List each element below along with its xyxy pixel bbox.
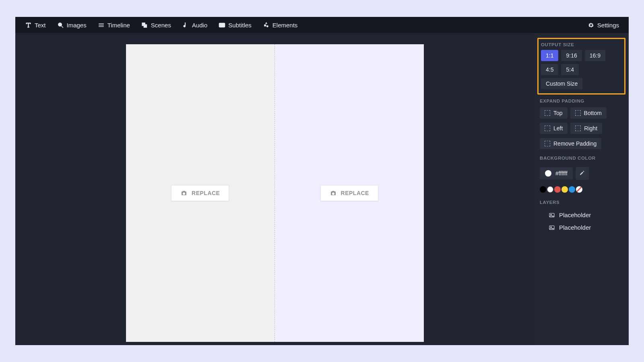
layer-name: Placeholder	[559, 224, 591, 231]
background-color-label: BACKGROUND COLOR	[540, 156, 623, 160]
replace-right-label: REPLACE	[341, 190, 369, 196]
pad-top-label: Top	[553, 110, 563, 116]
toolbar-elements-label: Elements	[272, 22, 298, 29]
workspace: REPLACE REPLACE OUTPUT SIZE 1:1 9:16	[15, 33, 629, 345]
scenes-icon	[141, 22, 148, 29]
toolbar-timeline-label: Timeline	[107, 22, 130, 29]
output-size-panel: OUTPUT SIZE 1:1 9:16 16:9 4:5 5:4 Custom…	[537, 38, 625, 95]
background-hex-chip[interactable]: #ffffff	[540, 167, 573, 179]
background-hex-value: #ffffff	[555, 170, 568, 177]
image-icon	[549, 212, 555, 218]
layer-item[interactable]: Placeholder	[540, 209, 623, 221]
swatch-black[interactable]	[540, 186, 546, 193]
eyedropper-icon	[579, 170, 585, 176]
pad-left-button[interactable]: Left	[540, 123, 568, 134]
svg-rect-6	[144, 25, 147, 27]
audio-icon	[182, 22, 189, 29]
toolbar-settings[interactable]: Settings	[582, 17, 625, 33]
current-color-swatch	[545, 170, 551, 177]
toolbar-audio-label: Audio	[192, 22, 207, 29]
dashed-box-icon	[545, 125, 550, 131]
canvas[interactable]: REPLACE REPLACE	[126, 44, 424, 342]
toolbar-settings-label: Settings	[597, 22, 619, 29]
subtitles-icon	[219, 22, 225, 29]
pad-right-button[interactable]: Right	[570, 123, 602, 134]
swatch-row	[540, 186, 623, 193]
toolbar-subtitles-label: Subtitles	[228, 22, 252, 29]
layer-item[interactable]: Placeholder	[540, 221, 623, 234]
toolbar-audio[interactable]: Audio	[177, 17, 213, 33]
ratio-5-4[interactable]: 5:4	[561, 64, 578, 75]
elements-icon	[263, 22, 270, 29]
layers-list: Placeholder Placeholder	[540, 209, 623, 234]
toolbar-images[interactable]: Images	[52, 17, 92, 33]
swatch-white[interactable]	[547, 186, 553, 193]
image-icon	[549, 224, 555, 231]
properties-sidebar: OUTPUT SIZE 1:1 9:16 16:9 4:5 5:4 Custom…	[534, 33, 629, 345]
pad-bottom-button[interactable]: Bottom	[570, 107, 607, 119]
dashed-box-icon	[575, 110, 581, 116]
expand-padding-label: EXPAND PADDING	[540, 99, 623, 103]
editor-window: Text Images Timeline Scenes Audio Subtit…	[15, 17, 629, 345]
toolbar-scenes[interactable]: Scenes	[136, 17, 177, 33]
svg-point-11	[551, 214, 551, 215]
remove-padding-label: Remove Padding	[553, 141, 597, 146]
camera-icon	[330, 189, 337, 197]
eyedropper-button[interactable]	[576, 167, 589, 180]
dashed-box-icon	[545, 110, 550, 116]
gear-icon	[588, 22, 594, 29]
swatch-none[interactable]	[576, 186, 582, 193]
ratio-1-1[interactable]: 1:1	[541, 50, 558, 61]
swatch-yellow[interactable]	[561, 186, 568, 193]
swatch-red[interactable]	[554, 186, 561, 193]
toolbar-timeline[interactable]: Timeline	[92, 17, 136, 33]
svg-point-0	[58, 23, 62, 26]
custom-size-button[interactable]: Custom Size	[541, 78, 582, 89]
timeline-icon	[98, 22, 105, 29]
ratio-9-16[interactable]: 9:16	[561, 50, 582, 61]
dashed-box-icon	[575, 125, 581, 131]
text-icon	[25, 22, 32, 29]
replace-left-label: REPLACE	[192, 190, 220, 196]
svg-rect-7	[219, 23, 225, 27]
ratio-16-9[interactable]: 16:9	[585, 50, 605, 61]
toolbar-images-label: Images	[67, 22, 87, 29]
canvas-slot-right[interactable]: REPLACE	[275, 44, 424, 342]
toolbar-text[interactable]: Text	[19, 17, 52, 33]
toolbar-text-label: Text	[35, 22, 46, 29]
dashed-box-icon	[545, 141, 550, 146]
canvas-area: REPLACE REPLACE	[15, 33, 534, 345]
replace-button-left[interactable]: REPLACE	[171, 185, 229, 201]
output-size-label: OUTPUT SIZE	[541, 42, 622, 47]
svg-point-13	[551, 226, 551, 227]
svg-line-1	[61, 26, 63, 27]
layer-name: Placeholder	[559, 212, 591, 218]
replace-button-right[interactable]: REPLACE	[320, 185, 378, 201]
camera-icon	[180, 189, 188, 197]
aspect-ratio-row: 1:1 9:16 16:9 4:5 5:4	[541, 50, 622, 75]
pad-right-label: Right	[584, 125, 597, 131]
canvas-slot-left[interactable]: REPLACE	[126, 44, 275, 342]
pad-bottom-label: Bottom	[584, 110, 602, 116]
pad-top-button[interactable]: Top	[540, 107, 568, 119]
toolbar-subtitles[interactable]: Subtitles	[213, 17, 257, 33]
pad-left-label: Left	[553, 125, 563, 131]
ratio-4-5[interactable]: 4:5	[541, 64, 558, 75]
toolbar-scenes-label: Scenes	[151, 22, 171, 29]
swatch-blue[interactable]	[569, 186, 575, 193]
main-toolbar: Text Images Timeline Scenes Audio Subtit…	[15, 17, 629, 33]
layers-label: LAYERS	[540, 200, 623, 205]
toolbar-elements[interactable]: Elements	[257, 17, 303, 33]
remove-padding-button[interactable]: Remove Padding	[540, 138, 601, 149]
search-icon	[57, 22, 64, 29]
